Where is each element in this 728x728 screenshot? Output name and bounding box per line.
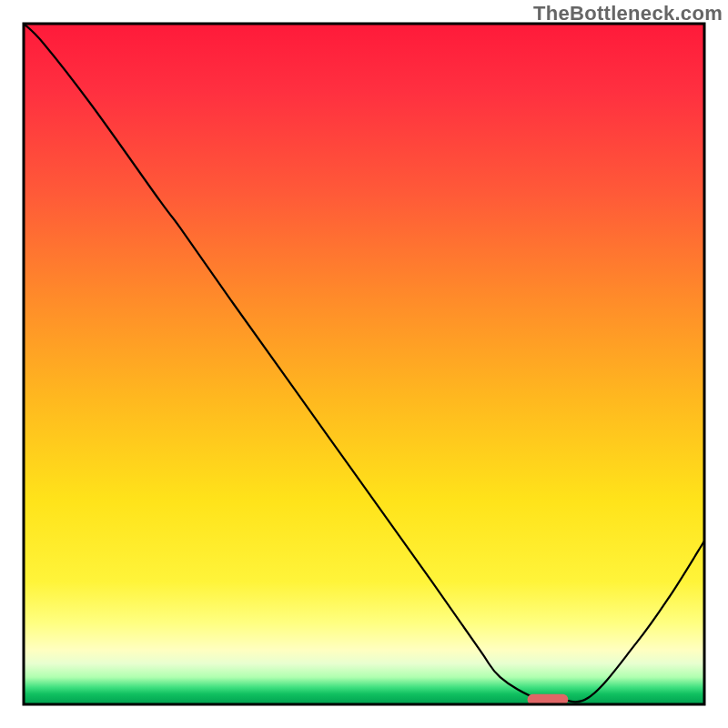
chart-container: TheBottleneck.com	[0, 0, 728, 728]
bottleneck-chart	[0, 0, 728, 728]
plot-background-gradient	[24, 24, 704, 704]
watermark-text: TheBottleneck.com	[533, 2, 723, 25]
